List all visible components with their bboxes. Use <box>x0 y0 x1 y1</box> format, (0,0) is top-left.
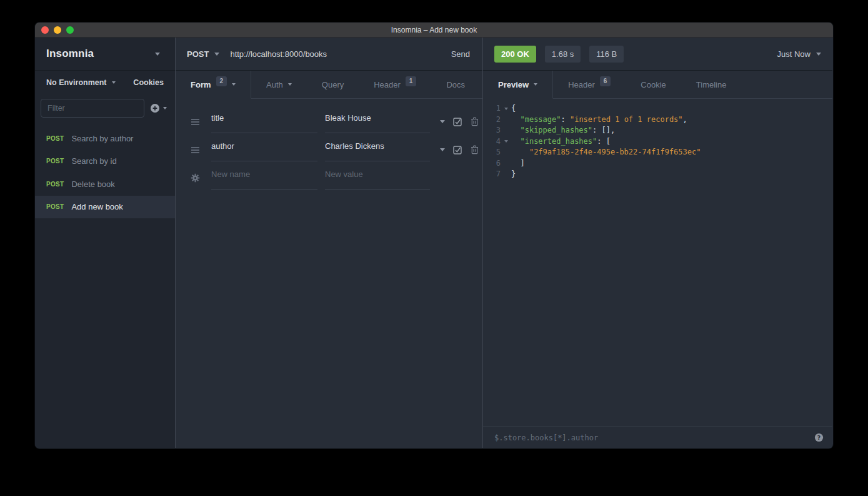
new-name-input[interactable]: New name <box>211 167 317 190</box>
tab-label: Form <box>191 80 211 89</box>
workspace-dropdown[interactable]: Insomnia <box>35 38 175 71</box>
line-number: 1 <box>483 103 501 114</box>
method-badge: POST <box>46 181 64 188</box>
response-tab-timeline[interactable]: Timeline <box>681 71 742 99</box>
minimize-button-icon[interactable] <box>54 26 61 34</box>
form-row-author: authorCharles Dickens <box>176 136 482 164</box>
chevron-down-icon <box>214 53 219 56</box>
fold-toggle[interactable] <box>501 136 511 148</box>
row-enabled-checkbox[interactable] <box>453 145 462 154</box>
chevron-down-icon <box>163 107 167 109</box>
chevron-down-icon <box>155 53 160 56</box>
response-pane: 200 OK 1.68 s 116 B Just Now PreviewHead… <box>483 38 832 448</box>
code-line-4: 4 "inserted_hashes": [ <box>483 136 832 148</box>
request-name: Search by id <box>71 156 116 166</box>
help-icon[interactable]: ? <box>814 433 824 442</box>
form-settings-button[interactable] <box>186 173 204 183</box>
fold-gutter <box>501 158 511 170</box>
form-name-input[interactable]: author <box>211 139 317 161</box>
value-options-dropdown[interactable] <box>440 120 445 123</box>
request-tab-query[interactable]: Query <box>307 71 359 99</box>
chevron-down-icon <box>816 53 821 56</box>
status-badge: 200 OK <box>494 46 536 63</box>
tab-row-filler <box>741 71 832 99</box>
chevron-down-icon <box>440 120 445 123</box>
trash-icon <box>471 117 479 126</box>
value-options-dropdown[interactable] <box>440 148 445 151</box>
drag-handle-icon <box>191 149 199 151</box>
sidebar-request-search-by-author[interactable]: POSTSearch by author <box>35 127 175 150</box>
response-filter-input[interactable] <box>493 433 808 443</box>
insomnia-window: Insomnia – Add new book Insomnia No Envi… <box>35 23 833 448</box>
tab-label: Timeline <box>696 80 727 89</box>
environment-dropdown[interactable]: No Environment <box>46 78 116 87</box>
response-time-badge: 1.68 s <box>545 46 581 63</box>
response-tab-preview[interactable]: Preview <box>483 71 553 99</box>
tab-label: Cookie <box>641 80 666 89</box>
line-number: 3 <box>483 125 501 136</box>
request-tab-form[interactable]: Form2 <box>176 71 251 99</box>
delete-row-button[interactable] <box>471 117 479 126</box>
drag-handle[interactable] <box>186 149 204 151</box>
sidebar-request-add-new-book[interactable]: POSTAdd new book <box>35 196 175 219</box>
method-label: POST <box>187 49 209 59</box>
tab-label: Preview <box>498 80 529 89</box>
method-badge: POST <box>46 158 64 164</box>
url-input[interactable]: http://localhost:8000/books <box>230 49 451 59</box>
request-tab-row: Form2AuthQueryHeader1Docs <box>176 71 482 99</box>
response-body: 1{2 "message": "inserted 1 of 1 records"… <box>483 99 832 427</box>
tab-label: Query <box>322 80 344 89</box>
delete-row-button[interactable] <box>471 145 479 154</box>
tab-label: Header <box>568 80 595 89</box>
chevron-down-icon <box>534 83 537 86</box>
chevron-down-icon <box>504 140 508 143</box>
fold-gutter <box>501 169 511 180</box>
sidebar-filter-row <box>35 94 175 122</box>
form-value-input[interactable]: Bleak House <box>325 111 430 133</box>
code-text: "2f9af185-2f4e-495e-bb22-74f1f9f653ec" <box>511 147 701 158</box>
form-value-input[interactable]: Charles Dickens <box>325 139 430 161</box>
sidebar-request-search-by-id[interactable]: POSTSearch by id <box>35 150 175 173</box>
gear-icon <box>191 173 200 183</box>
request-tab-header[interactable]: Header1 <box>359 71 431 99</box>
form-row-new: New nameNew value <box>176 164 482 192</box>
plus-circle-icon <box>150 103 160 113</box>
response-history-dropdown[interactable]: Just Now <box>777 49 821 59</box>
titlebar: Insomnia – Add new book <box>35 23 833 38</box>
request-tab-docs[interactable]: Docs <box>431 71 480 99</box>
response-tab-header[interactable]: Header6 <box>553 71 626 99</box>
tab-count-badge: 6 <box>600 76 611 86</box>
checkbox-checked-icon <box>453 117 462 126</box>
new-value-input[interactable]: New value <box>325 167 430 190</box>
send-button[interactable]: Send <box>451 49 470 59</box>
close-button-icon[interactable] <box>41 26 49 34</box>
chevron-down-icon <box>504 108 508 110</box>
add-request-button[interactable] <box>150 103 167 113</box>
row-enabled-checkbox[interactable] <box>453 117 462 126</box>
form-name-input[interactable]: title <box>211 111 317 133</box>
trash-icon <box>471 145 479 154</box>
cookies-button[interactable]: Cookies <box>133 78 164 87</box>
sidebar-request-delete-book[interactable]: POSTDelete book <box>35 173 175 196</box>
tab-row-filler <box>480 71 482 99</box>
sidebar-filter-input[interactable] <box>41 99 144 118</box>
code-line-3: 3 "skipped_hashes": [], <box>483 125 832 136</box>
code-line-7: 7} <box>483 169 832 180</box>
workspace-name: Insomnia <box>46 48 94 60</box>
svg-text:?: ? <box>817 434 821 441</box>
code-text: ] <box>511 158 525 170</box>
code-line-6: 6 ] <box>483 158 832 170</box>
method-dropdown[interactable]: POST <box>187 49 219 59</box>
tab-count-badge: 2 <box>216 76 227 86</box>
code-text: "inserted_hashes": [ <box>511 136 611 148</box>
code-text: { <box>511 103 516 114</box>
chevron-down-icon <box>232 83 236 86</box>
drag-handle[interactable] <box>186 121 204 123</box>
line-number: 7 <box>483 169 501 180</box>
request-tab-auth[interactable]: Auth <box>251 71 307 99</box>
response-meta-bar: 200 OK 1.68 s 116 B Just Now <box>483 38 832 71</box>
response-tab-cookie[interactable]: Cookie <box>626 71 681 99</box>
zoom-button-icon[interactable] <box>66 26 74 34</box>
fold-toggle[interactable] <box>501 103 511 114</box>
drag-handle-icon <box>191 121 199 123</box>
